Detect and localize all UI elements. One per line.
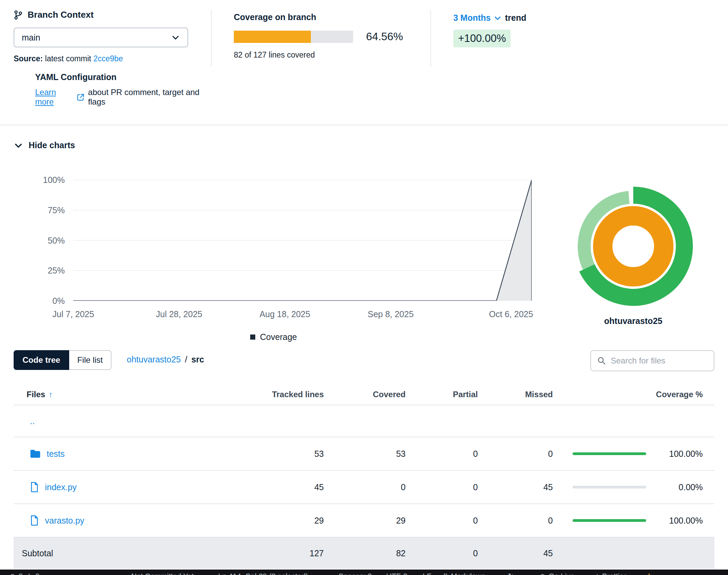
sunburst-inner-ring — [603, 216, 664, 277]
files-table: Files ↑ Tracked lines Covered Partial Mi… — [14, 384, 714, 569]
formatter-indicator[interactable]: ✓ Prettier — [593, 572, 626, 575]
missed-header[interactable]: Missed — [478, 390, 553, 399]
code-tree-button[interactable]: Code tree — [14, 350, 69, 370]
braces-icon: {} — [443, 572, 448, 575]
trend-period-dropdown[interactable]: 3 Months — [453, 13, 502, 23]
tracked-cell: 29 — [204, 516, 324, 526]
chevron-down-icon — [494, 14, 502, 22]
subtotal-label: Subtotal — [14, 548, 204, 558]
coverage-mini-bar — [573, 486, 646, 488]
folder-icon — [30, 449, 41, 458]
file-link[interactable]: tests — [47, 449, 65, 459]
coverage-trend-chart — [73, 180, 532, 301]
hide-charts-toggle[interactable]: Hide charts — [14, 140, 75, 150]
eol-label: LF — [423, 572, 431, 575]
coverage-progress-bar — [234, 31, 353, 43]
commit-sha-link[interactable]: 2cce9be — [93, 54, 123, 63]
broadcast-icon: ⊙ — [540, 572, 546, 575]
indentation-setting[interactable]: Spaces: 2 — [338, 572, 372, 575]
yaml-config-description: about PR comment, target and flags — [88, 88, 208, 107]
coverage-progress-fill — [234, 31, 311, 43]
error-count: 0 — [19, 572, 23, 575]
partial-cell: 0 — [406, 449, 478, 459]
table-row: varasto.py 29 29 0 0 100.00% — [14, 504, 714, 538]
partial-cell: 0 — [406, 482, 478, 492]
external-link-icon — [77, 93, 85, 101]
breadcrumb-separator: / — [185, 355, 187, 364]
cursor-position-label: Ln 414, Col 29 (8 selected) — [218, 572, 308, 575]
missed-cell: 0 — [478, 449, 553, 459]
table-row: index.py 45 0 0 45 0.00% — [14, 471, 714, 504]
file-browser-toolbar: Code tree File list ohtuvarasto25 / src — [14, 350, 714, 371]
indentation-label: Spaces: 2 — [338, 572, 372, 575]
table-row-up: .. — [14, 405, 714, 437]
formatter-label: Prettier — [602, 572, 626, 575]
language-label: Markdown — [451, 572, 485, 575]
breadcrumb-repo-link[interactable]: ohtuvarasto25 — [127, 355, 181, 364]
coverage-percent-cell: 100.00% — [658, 449, 703, 459]
missed-cell: 45 — [478, 482, 553, 492]
trend-label: trend — [505, 13, 527, 23]
git-status[interactable]: Not Committed Yet — [131, 572, 194, 575]
sunburst-chart — [572, 185, 695, 308]
file-link[interactable]: index.py — [45, 482, 77, 492]
coverage-percent-header[interactable]: Coverage % — [553, 390, 714, 399]
sunburst-repo-label: ohtuvarasto25 — [572, 316, 695, 326]
branch-context-title: Branch Context — [28, 10, 94, 20]
subtotal-covered: 82 — [324, 548, 406, 558]
tracked-lines-header[interactable]: Tracked lines — [204, 390, 324, 399]
source-line: Source: latest commit 2cce9be — [14, 54, 208, 63]
subtotal-missed: 45 — [478, 548, 553, 558]
coverage-mini-bar — [573, 519, 646, 522]
table-row: tests 53 53 0 0 100.00% — [14, 437, 714, 471]
parent-directory-link[interactable]: .. — [30, 416, 35, 426]
subtotal-tracked: 127 — [204, 548, 324, 558]
divider-vertical-2 — [430, 10, 431, 67]
encoding-setting[interactable]: UTF-8 — [386, 572, 407, 575]
files-column-header[interactable]: Files ↑ — [14, 390, 204, 399]
eol-setting[interactable]: LF — [423, 572, 431, 575]
learn-more-link[interactable]: Learn more — [35, 88, 73, 107]
error-icon: ⊘ — [10, 572, 16, 575]
section-divider — [0, 125, 728, 125]
branch-context-header: Branch Context — [14, 10, 208, 20]
partial-header[interactable]: Partial — [406, 390, 478, 399]
covered-header[interactable]: Covered — [324, 390, 406, 399]
encoding-label: UTF-8 — [386, 572, 407, 575]
coverage-mini-fill — [573, 519, 646, 522]
go-live-button[interactable]: ⊙ Go Live — [540, 572, 574, 575]
file-link[interactable]: varasto.py — [45, 516, 84, 526]
covered-cell: 0 — [324, 482, 406, 492]
chevron-down-icon — [14, 141, 23, 150]
tracked-cell: 53 — [204, 449, 324, 459]
tracked-cell: 45 — [204, 482, 324, 492]
search-input[interactable] — [611, 356, 708, 366]
branch-selector-dropdown[interactable]: main — [14, 28, 188, 47]
git-branch-icon — [14, 10, 23, 20]
coverage-mini-fill — [573, 452, 646, 455]
legend-label: Coverage — [260, 332, 297, 342]
git-status-label: Not Committed Yet — [131, 572, 194, 575]
warning-indicator[interactable]: ⚠ — [646, 572, 652, 575]
language-mode[interactable]: {} Markdown — [443, 572, 486, 575]
coverage-title: Coverage on branch — [234, 12, 403, 22]
selected-branch: main — [22, 33, 40, 43]
partial-cell: 0 — [406, 516, 478, 526]
covered-cell: 29 — [324, 516, 406, 526]
yaml-config-title: YAML Configuration — [35, 72, 208, 82]
divider-vertical-1 — [211, 10, 212, 67]
cursor-position[interactable]: Ln 414, Col 29 (8 selected) — [218, 572, 308, 575]
files-header-label: Files — [27, 390, 45, 399]
breadcrumb-current: src — [191, 355, 204, 364]
gridlines — [73, 180, 532, 301]
chart-legend: Coverage — [44, 332, 503, 342]
problems-indicator[interactable]: ⊘ 0 ⚠ 0 — [10, 572, 40, 575]
search-icon — [597, 356, 606, 365]
trend-period: 3 Months — [453, 13, 491, 23]
file-list-button[interactable]: File list — [69, 350, 112, 370]
file-icon — [30, 482, 39, 492]
branch-context-section: Branch Context main Source: latest commi… — [14, 10, 208, 107]
sync-indicator[interactable]: ↻ — [508, 572, 514, 575]
missed-cell: 0 — [478, 516, 553, 526]
go-live-label: Go Live — [549, 572, 575, 575]
